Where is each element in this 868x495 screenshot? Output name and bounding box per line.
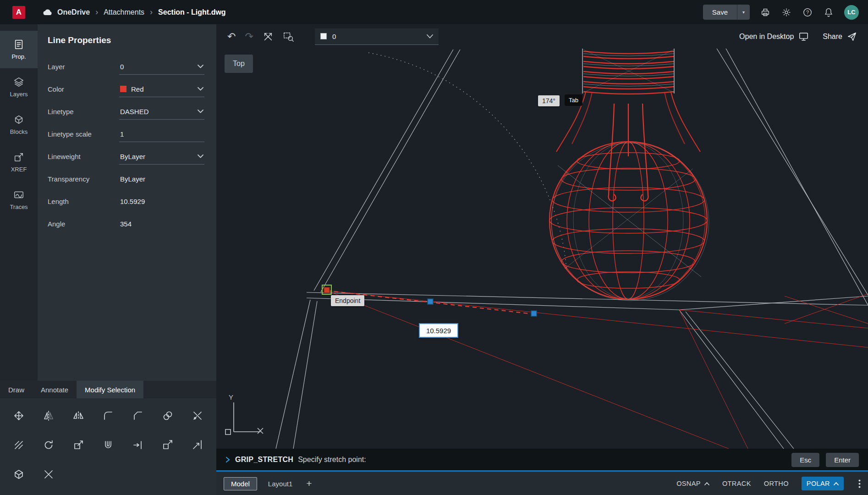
trim-tool-button[interactable] xyxy=(183,401,213,430)
chamfer-tool-button[interactable] xyxy=(123,401,153,430)
length-value: 10.5929 xyxy=(120,198,203,205)
undo-button[interactable]: ↶ xyxy=(227,32,236,42)
esc-button[interactable]: Esc xyxy=(791,453,819,467)
red-construction-lines xyxy=(327,291,868,449)
select-objects-icon xyxy=(263,31,274,42)
sidebar-item-traces[interactable]: Traces xyxy=(0,181,38,219)
chamfer-icon xyxy=(132,410,144,422)
sidebar-item-xref[interactable]: XREF xyxy=(0,143,38,181)
linetype-scale-input[interactable]: 1 xyxy=(119,126,204,142)
tab-modify-selection[interactable]: Modify Selection xyxy=(77,381,143,398)
send-icon xyxy=(847,32,857,42)
chevron-up-icon xyxy=(834,482,839,485)
linetype-value: DASHED xyxy=(120,108,193,116)
bulb-thread-highlights xyxy=(583,50,674,93)
sidebar-item-blocks[interactable]: Blocks xyxy=(0,106,38,143)
statusbar-toggles: OSNAP OTRACK ORTHO POLAR xyxy=(676,477,861,490)
user-avatar[interactable]: LC xyxy=(844,5,859,20)
tab-annotate[interactable]: Annotate xyxy=(33,381,77,398)
rotate-tool-button[interactable] xyxy=(33,430,63,460)
redo-button[interactable]: ↷ xyxy=(245,32,253,42)
erase-icon xyxy=(43,468,55,480)
left-top: Prop. Layers Blocks xyxy=(0,24,216,381)
layer-select[interactable]: 0 xyxy=(119,59,204,75)
linetype-scale-value: 1 xyxy=(120,130,203,138)
hot-grip xyxy=(324,287,330,293)
property-label: Length xyxy=(48,198,119,205)
offset-tool-button[interactable] xyxy=(93,430,123,460)
undo-icon: ↶ xyxy=(227,32,236,42)
property-row-layer: Layer 0 xyxy=(48,55,204,78)
sidebar-label: Blocks xyxy=(10,128,27,135)
scale-tool-button[interactable] xyxy=(63,430,93,460)
help-button[interactable]: ? xyxy=(802,7,813,18)
transparency-field[interactable]: ByLayer xyxy=(119,171,204,187)
mirror-copies-tool-button[interactable] xyxy=(63,401,93,430)
angle-field: 354 xyxy=(119,216,204,232)
save-options-button[interactable]: ▾ xyxy=(737,5,750,20)
property-label: Linetype xyxy=(48,108,119,116)
help-icon: ? xyxy=(802,7,813,17)
main-area: Prop. Layers Blocks xyxy=(0,24,868,495)
chevron-down-icon xyxy=(198,154,203,158)
extend-tool-button[interactable] xyxy=(183,430,213,460)
trim-icon xyxy=(192,410,203,422)
view-cube-top-button[interactable]: Top xyxy=(225,55,253,73)
mirror-tool-button[interactable] xyxy=(33,401,63,430)
linetype-select[interactable]: DASHED xyxy=(119,104,204,120)
property-row-transparency: Transparency ByLayer xyxy=(48,168,204,190)
model-tab[interactable]: Model xyxy=(224,477,257,490)
layout1-tab[interactable]: Layout1 xyxy=(264,478,296,490)
open-in-desktop-button[interactable]: Open in Desktop xyxy=(739,32,809,42)
print-button[interactable] xyxy=(760,7,771,18)
printer-icon xyxy=(760,7,770,17)
tab-key-hint: Tab xyxy=(565,94,582,106)
share-button[interactable]: Share xyxy=(823,32,857,42)
chevron-down-icon xyxy=(198,87,203,91)
copy-tool-button[interactable] xyxy=(153,401,183,430)
topbar-actions: Save ▾ ? xyxy=(703,5,868,20)
drawing-viewport[interactable]: Y Top 174° Tab Endpoint 10.5929 xyxy=(216,49,868,449)
color-select[interactable]: Red xyxy=(119,82,204,97)
join-tool-button[interactable] xyxy=(123,430,153,460)
polar-toggle[interactable]: POLAR xyxy=(802,477,844,490)
offset-icon xyxy=(102,439,114,451)
fillet-tool-button[interactable] xyxy=(93,401,123,430)
status-bar: Model Layout1 + OSNAP OTRACK ORTHO PO xyxy=(216,472,868,495)
erase-tool-button[interactable] xyxy=(33,460,63,489)
zoom-window-button[interactable] xyxy=(283,31,294,42)
tab-draw[interactable]: Draw xyxy=(0,381,33,398)
chevron-up-icon xyxy=(704,482,709,485)
command-line[interactable]: GRIP_STRETCH Specify stretch point: Esc … xyxy=(216,449,868,472)
sidebar-item-properties[interactable]: Prop. xyxy=(0,31,38,68)
notifications-button[interactable] xyxy=(823,7,834,18)
midpoint-grip xyxy=(428,299,433,304)
property-label: Layer xyxy=(48,63,119,71)
sidebar-item-layers[interactable]: Layers xyxy=(0,68,38,106)
breadcrumb-onedrive[interactable]: OneDrive xyxy=(42,8,90,16)
lineweight-select[interactable]: ByLayer xyxy=(119,149,204,165)
autocad-logo[interactable]: A xyxy=(0,6,38,19)
settings-button[interactable] xyxy=(781,7,792,18)
enter-button[interactable]: Enter xyxy=(826,453,859,467)
save-button[interactable]: Save xyxy=(703,5,737,20)
wireframe-drawing[interactable]: Y xyxy=(216,49,868,449)
add-layout-button[interactable]: + xyxy=(303,478,314,489)
statusbar-overflow-button[interactable] xyxy=(857,479,861,488)
dynamic-input-field[interactable]: 10.5929 xyxy=(419,323,458,338)
osnap-toggle[interactable]: OSNAP xyxy=(676,480,709,487)
hatch-tool-button[interactable] xyxy=(4,430,33,460)
breadcrumb-attachments[interactable]: Attachments xyxy=(104,8,144,16)
explode-tool-button[interactable] xyxy=(153,430,183,460)
layer-dropdown[interactable]: 0 xyxy=(315,28,439,45)
property-label: Transparency xyxy=(48,175,119,183)
move-tool-button[interactable] xyxy=(4,401,33,430)
move-icon xyxy=(13,410,25,422)
cloud-icon xyxy=(42,9,53,16)
ortho-toggle[interactable]: ORTHO xyxy=(764,480,789,487)
solid-box-tool-button[interactable] xyxy=(4,460,33,489)
angle-value: 354 xyxy=(120,220,203,228)
gear-icon xyxy=(781,7,791,17)
otrack-toggle[interactable]: OTRACK xyxy=(722,480,751,487)
select-objects-button[interactable] xyxy=(263,31,274,42)
